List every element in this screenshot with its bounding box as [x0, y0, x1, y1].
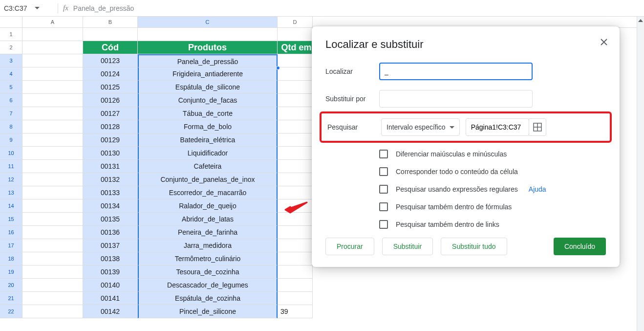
cell-qtd[interactable] [278, 133, 313, 147]
search-range-input[interactable] [466, 118, 529, 136]
row-header[interactable]: 9 [0, 133, 22, 147]
cell-qtd[interactable] [278, 199, 313, 213]
cell-qtd[interactable] [278, 147, 313, 160]
cell-cod[interactable]: 00127 [83, 107, 138, 120]
cell[interactable] [22, 305, 83, 318]
cell[interactable] [22, 226, 83, 239]
selection-handle[interactable] [276, 66, 280, 70]
regex-checkbox[interactable] [379, 185, 388, 194]
cell[interactable] [22, 239, 83, 252]
cell-cod[interactable]: 00128 [83, 120, 138, 133]
col-header-D[interactable]: D [278, 17, 313, 27]
cell-cod[interactable]: 00124 [83, 67, 138, 81]
cell-qtd[interactable] [278, 292, 313, 305]
cell-qtd[interactable] [278, 226, 313, 239]
formulas-checkbox[interactable] [379, 202, 388, 211]
cell-cod[interactable]: 00141 [83, 292, 138, 305]
cell-qtd[interactable] [278, 279, 313, 292]
cell-qtd[interactable]: 39 [278, 305, 313, 318]
cell-produto[interactable]: Escorredor_de_macarrão [138, 186, 278, 199]
cell[interactable] [22, 173, 83, 186]
row-header[interactable]: 19 [0, 265, 22, 279]
row-header[interactable]: 3 [0, 54, 22, 67]
cell[interactable] [138, 28, 278, 41]
cell[interactable] [22, 81, 83, 94]
replace-all-button[interactable]: Substituir tudo [441, 238, 507, 255]
row-header[interactable]: 20 [0, 279, 22, 292]
cell[interactable] [22, 265, 83, 279]
find-input[interactable] [379, 63, 533, 80]
row-header[interactable]: 15 [0, 213, 22, 226]
cell[interactable] [22, 292, 83, 305]
links-checkbox[interactable] [379, 220, 388, 229]
cell-cod[interactable]: 00138 [83, 252, 138, 265]
header-cod[interactable]: Cód [83, 41, 138, 54]
row-header[interactable]: 2 [0, 41, 22, 54]
name-box-dropdown-icon[interactable] [35, 7, 40, 9]
cell-qtd[interactable] [278, 94, 313, 107]
cell-qtd[interactable] [278, 186, 313, 199]
row-header[interactable]: 21 [0, 292, 22, 305]
cell-produto[interactable]: Espátula_de_silicone [138, 81, 278, 94]
cell-cod[interactable]: 00135 [83, 213, 138, 226]
cell[interactable] [22, 67, 83, 81]
cell-cod[interactable]: 00142 [83, 305, 138, 318]
search-scope-dropdown[interactable]: Intervalo específico [381, 118, 460, 136]
cell-cod[interactable]: 00134 [83, 199, 138, 213]
name-box[interactable]: C3:C37 [4, 4, 53, 12]
cell[interactable] [22, 41, 83, 54]
cell-produto[interactable]: Espátula_de_cozinha [138, 292, 278, 305]
row-header[interactable]: 18 [0, 252, 22, 265]
cell-cod[interactable]: 00132 [83, 173, 138, 186]
cell-produto[interactable]: Conjunto_de_panelas_de_inox [138, 173, 278, 186]
cell-qtd[interactable] [278, 67, 313, 81]
cell-cod[interactable]: 00126 [83, 94, 138, 107]
cell-cod[interactable]: 00125 [83, 81, 138, 94]
cell-qtd[interactable] [278, 81, 313, 94]
cell-cod[interactable]: 00140 [83, 279, 138, 292]
cell[interactable] [22, 107, 83, 120]
cell-produto[interactable]: Batedeira_elétrica [138, 133, 278, 147]
cell-produto[interactable]: Tábua_de_corte [138, 107, 278, 120]
header-produtos[interactable]: Produtos [138, 41, 278, 54]
row-header[interactable]: 7 [0, 107, 22, 120]
cell-qtd[interactable] [278, 239, 313, 252]
cell-produto[interactable]: Panela_de_pressão [138, 54, 278, 67]
match-case-checkbox[interactable] [379, 150, 388, 158]
find-button[interactable]: Procurar [325, 238, 374, 255]
cell-produto[interactable]: Conjunto_de_facas [138, 94, 278, 107]
row-header[interactable]: 10 [0, 147, 22, 160]
cell-cod[interactable]: 00139 [83, 265, 138, 279]
cell-cod[interactable]: 00131 [83, 160, 138, 173]
cell[interactable] [22, 160, 83, 173]
row-header[interactable]: 12 [0, 173, 22, 186]
cell[interactable] [22, 28, 83, 41]
row-header[interactable]: 13 [0, 186, 22, 199]
cell-qtd[interactable] [278, 252, 313, 265]
header-qtd[interactable]: Qtd em [278, 41, 313, 54]
row-header[interactable]: 4 [0, 67, 22, 81]
cell-qtd[interactable] [278, 265, 313, 279]
cell-produto[interactable]: Frigideira_antiaderente [138, 67, 278, 81]
row-header[interactable]: 8 [0, 120, 22, 133]
row-header[interactable]: 17 [0, 239, 22, 252]
cell-cod[interactable]: 00137 [83, 239, 138, 252]
cell-produto[interactable]: Forma_de_bolo [138, 120, 278, 133]
cell[interactable] [22, 186, 83, 199]
row-header[interactable]: 22 [0, 305, 22, 318]
row-header[interactable]: 1 [0, 28, 22, 41]
cell-cod[interactable]: 00129 [83, 133, 138, 147]
cell-qtd[interactable] [278, 120, 313, 133]
scroll-up-icon[interactable] [637, 17, 644, 24]
row-header[interactable]: 14 [0, 199, 22, 213]
row-header[interactable]: 6 [0, 94, 22, 107]
cell-produto[interactable]: Liquidificador [138, 147, 278, 160]
cell-produto[interactable]: Peneira_de_farinha [138, 226, 278, 239]
cell-cod[interactable]: 00130 [83, 147, 138, 160]
cell-qtd[interactable] [278, 213, 313, 226]
col-header-A[interactable]: A [22, 17, 83, 27]
row-header[interactable]: 11 [0, 160, 22, 173]
cell[interactable] [22, 199, 83, 213]
row-header[interactable]: 5 [0, 81, 22, 94]
cell[interactable] [83, 28, 138, 41]
